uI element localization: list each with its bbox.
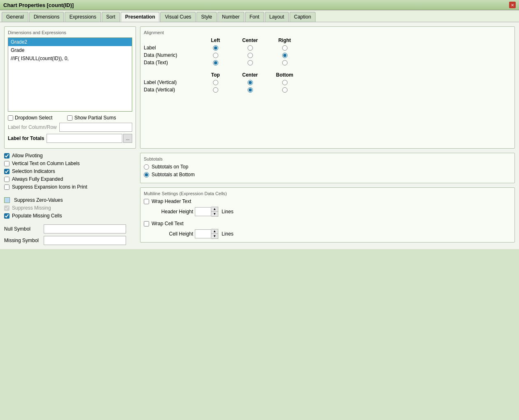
label-totals-row: Label for Totals <use default> ... [8, 134, 132, 143]
align-text-left[interactable] [199, 60, 232, 65]
wrap-cell-text-label: Wrap Cell Text [152, 221, 184, 226]
suppress-missing-label: Suppress Missing [12, 205, 51, 211]
cell-height-spinner-btns: ▲ ▼ [211, 229, 218, 239]
align-text-center[interactable] [234, 60, 267, 65]
align-vert-header-bottom: Bottom [268, 72, 301, 78]
align-data-vert-center[interactable] [234, 87, 267, 93]
dim-expressions-panel: Dimensions and Expressions Grade2 Grade … [4, 26, 136, 149]
dropdown-select-checkbox[interactable] [8, 115, 13, 121]
populate-missing-label: Populate Missing Cells [12, 213, 62, 219]
suppress-missing-item: Suppress Missing [4, 205, 136, 211]
tab-presentation[interactable]: Presentation [121, 12, 160, 22]
vertical-text-checkbox[interactable] [4, 161, 9, 166]
wrap-cell-text-checkbox[interactable] [144, 221, 149, 226]
multiline-panel: Multiline Settings (Expression Data Cell… [140, 187, 515, 243]
tab-sort[interactable]: Sort [102, 12, 120, 22]
align-row-data-text: Data (Text) [144, 60, 197, 65]
always-fully-expanded-label: Always Fully Expanded [12, 176, 63, 182]
tab-bar: General Dimensions Expressions Sort Pres… [0, 10, 519, 22]
align-label-vert-bottom[interactable] [268, 80, 301, 85]
tab-caption[interactable]: Caption [290, 12, 316, 22]
bottom-row: Allow Pivoting Vertical Text on Column L… [4, 153, 515, 245]
selection-indicators-label: Selection Indicators [12, 168, 55, 174]
subtotals-on-top-label: Subtotals on Top [152, 164, 188, 170]
subtotals-at-bottom-label: Subtotals at Bottom [152, 172, 195, 177]
subtotals-at-bottom-radio[interactable] [144, 172, 149, 177]
subtotals-at-bottom-row: Subtotals at Bottom [144, 172, 511, 177]
align-label-vert-top[interactable] [199, 80, 232, 85]
header-height-down-button[interactable]: ▼ [211, 212, 218, 216]
align-data-vert-bottom[interactable] [268, 87, 301, 93]
header-height-input[interactable]: 2 [195, 207, 211, 216]
align-numeric-left[interactable] [199, 53, 232, 58]
cell-height-input[interactable]: 2 [195, 229, 211, 238]
tab-font[interactable]: Font [245, 12, 264, 22]
dim-item-grade2[interactable]: Grade2 [8, 38, 132, 46]
totals-input-group: <use default> ... [47, 134, 132, 143]
wrap-header-text-checkbox[interactable] [144, 199, 149, 204]
dim-item-grade[interactable]: Grade [8, 46, 132, 54]
allow-pivoting-item: Allow Pivoting [4, 153, 136, 159]
show-partial-sums-label: Show Partial Sums [74, 115, 116, 121]
header-height-up-button[interactable]: ▲ [211, 207, 218, 212]
align-row-data-numeric: Data (Numeric) [144, 52, 197, 58]
align-label-left[interactable] [199, 45, 232, 51]
alignment-grid-horizontal: Left Center Right Label Data (Numeric) D… [144, 37, 511, 65]
align-label-center[interactable] [234, 45, 267, 51]
dropdown-select-row: Dropdown Select Show Partial Sums [8, 115, 132, 121]
align-numeric-center[interactable] [234, 53, 267, 58]
subtotals-title: Subtotals [144, 156, 511, 161]
missing-symbol-label: Missing Symbol [4, 238, 41, 243]
cell-height-down-button[interactable]: ▼ [211, 234, 218, 238]
null-symbol-input[interactable]: - [44, 224, 126, 233]
null-symbol-label: Null Symbol [4, 226, 41, 232]
wrap-header-text-row: Wrap Header Text [144, 198, 511, 204]
tab-layout[interactable]: Layout [265, 12, 289, 22]
align-vert-row-data: Data (Vertical) [144, 87, 197, 93]
suppress-zero-label: Suppress Zero-Values [14, 197, 63, 203]
align-label-right[interactable] [268, 45, 301, 51]
populate-missing-checkbox[interactable] [4, 213, 9, 219]
selection-indicators-checkbox[interactable] [4, 169, 9, 174]
label-column-row-input[interactable] [59, 123, 132, 132]
populate-missing-item: Populate Missing Cells [4, 213, 136, 219]
title-bar: Chart Properties [count(ID)] ✕ [0, 0, 519, 10]
header-height-lines-label: Lines [222, 209, 234, 215]
align-text-right[interactable] [268, 60, 301, 65]
align-data-vert-top[interactable] [199, 87, 232, 93]
align-header-center: Center [234, 37, 267, 43]
suppress-expansion-checkbox[interactable] [4, 184, 9, 190]
vertical-text-label: Vertical Text on Column Labels [12, 161, 80, 166]
suppress-zero-item: Suppress Zero-Values [4, 197, 136, 203]
checkbox-section: Allow Pivoting Vertical Text on Column L… [4, 153, 136, 219]
align-header-right: Right [268, 37, 301, 43]
tab-expressions[interactable]: Expressions [65, 12, 101, 22]
main-content: Dimensions and Expressions Grade2 Grade … [0, 22, 519, 249]
totals-ellipsis-button[interactable]: ... [123, 134, 132, 143]
suppress-missing-checkbox[interactable] [4, 205, 9, 211]
dropdown-select-label: Dropdown Select [15, 115, 52, 121]
cell-height-label: Cell Height [152, 231, 193, 237]
align-vert-header-top: Top [199, 72, 232, 78]
align-vert-header-center: Center [234, 72, 267, 78]
subtotals-on-top-radio[interactable] [144, 164, 149, 170]
cell-height-up-button[interactable]: ▲ [211, 229, 218, 234]
dim-item-expr[interactable]: //IF( ISNULL(count(ID)), 0, [8, 54, 132, 63]
dim-list[interactable]: Grade2 Grade //IF( ISNULL(count(ID)), 0, [8, 37, 132, 112]
tab-visual-cues[interactable]: Visual Cues [160, 12, 196, 22]
tab-dimensions[interactable]: Dimensions [29, 12, 64, 22]
tab-general[interactable]: General [2, 12, 28, 22]
close-button[interactable]: ✕ [509, 2, 516, 8]
align-vert-row-label: Label (Vertical) [144, 79, 197, 85]
top-row: Dimensions and Expressions Grade2 Grade … [4, 26, 515, 149]
align-numeric-right[interactable] [268, 53, 301, 58]
missing-symbol-input[interactable]: - [44, 236, 126, 245]
show-partial-sums-checkbox[interactable] [67, 115, 72, 121]
allow-pivoting-label: Allow Pivoting [12, 153, 43, 159]
tab-number[interactable]: Number [217, 12, 244, 22]
always-fully-expanded-checkbox[interactable] [4, 177, 9, 182]
tab-style[interactable]: Style [196, 12, 217, 22]
label-totals-input[interactable]: <use default> [47, 134, 122, 143]
allow-pivoting-checkbox[interactable] [4, 153, 9, 159]
align-label-vert-center[interactable] [234, 80, 267, 85]
